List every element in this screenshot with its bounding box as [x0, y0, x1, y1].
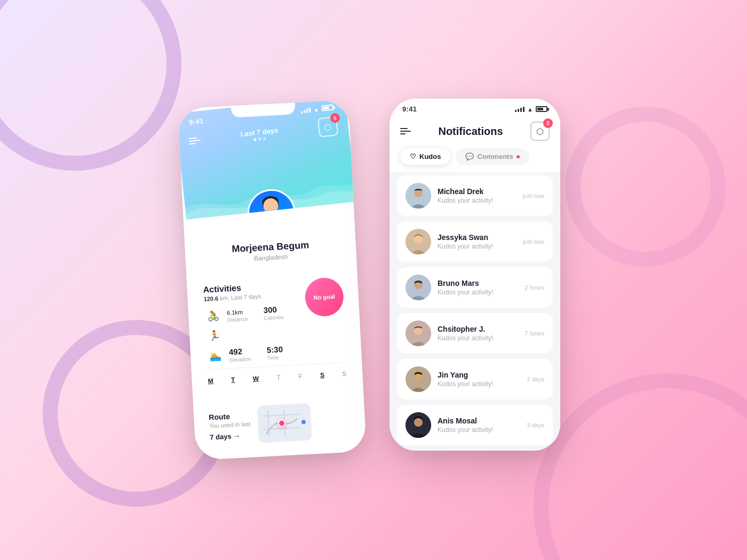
menu-icon[interactable] — [188, 137, 201, 145]
notif-body-4: Chsitopher J. Kudos your activity! — [438, 325, 518, 342]
status-time-right: 9:41 — [402, 105, 417, 113]
signal-bar-2 — [304, 110, 306, 113]
activities-title-section: Activities 120.6 km, Last 7 days — [203, 282, 261, 302]
day-W[interactable]: W — [252, 375, 259, 383]
day-S1[interactable]: S — [320, 371, 325, 379]
svg-line-1 — [268, 411, 269, 437]
notif-name-5: Jin Yang — [438, 371, 521, 379]
elevation-label: Elevation — [229, 356, 251, 363]
dot-2 — [258, 137, 261, 140]
cycling-icon: 🚴 — [204, 310, 222, 323]
day-T2[interactable]: T — [276, 373, 281, 381]
swimming-row: 🏊 492 Elevation 5:30 Time — [206, 341, 346, 364]
distance-stat: 6.1km Distance — [227, 307, 248, 323]
menu-icon-right[interactable] — [400, 128, 411, 134]
right-phone: 9:41 ▲ — [390, 99, 560, 451]
notif-time-4: 7 hours — [525, 330, 544, 337]
cube-badge-right[interactable]: ⬡ 5 — [530, 122, 550, 141]
avatar-chsitopher-inner — [406, 321, 431, 346]
notif-item-4[interactable]: Chsitopher J. Kudos your activity! 7 hou… — [397, 313, 553, 354]
notif-item-1[interactable]: Micheal Drek Kudos your activity! just n… — [397, 175, 553, 216]
notif-name-3: Bruno Mars — [438, 279, 518, 287]
menu-line-1 — [188, 138, 197, 140]
dot-3 — [263, 137, 266, 140]
distance-value: 6.1km — [227, 307, 248, 317]
route-link-text: 7 days → — [210, 431, 241, 441]
avatar-svg-6 — [406, 412, 431, 438]
elevation-value: 492 — [229, 346, 251, 356]
avatar-micheal — [406, 183, 431, 209]
tabs-row: ♡ Kudos 💬 Comments — [390, 148, 560, 172]
notif-item-6[interactable]: Anis Mosal Kudos your activity! 3 days — [397, 405, 553, 445]
running-row: 🏃 — [205, 323, 345, 342]
route-title: Route — [209, 411, 250, 421]
tab-comments-label: Comments — [477, 153, 513, 161]
phone-header: 9:41 ▲ — [178, 100, 356, 219]
sig-r-1 — [515, 110, 516, 112]
svg-point-15 — [414, 418, 423, 427]
comments-dot — [516, 155, 520, 158]
map-preview — [257, 403, 313, 443]
tab-comments[interactable]: 💬 Comments — [456, 148, 529, 165]
notif-time-6: 3 days — [527, 422, 544, 428]
notif-item-2[interactable]: Jessyka Swan Kudos your activity! just n… — [397, 221, 553, 262]
route-info: Route You used in last 7 days → — [209, 411, 251, 441]
notif-msg-3: Kudos your activity! — [438, 289, 518, 296]
avatar-svg-3 — [406, 275, 431, 300]
route-subtitle: You used in last — [209, 420, 251, 429]
right-phone-inner: 9:41 ▲ — [390, 99, 560, 451]
day-F[interactable]: F — [298, 372, 303, 380]
day-M[interactable]: M — [208, 377, 213, 385]
left-phone: 9:41 ▲ — [178, 100, 367, 460]
sig-r-2 — [518, 109, 519, 112]
wifi-icon-left: ▲ — [313, 106, 319, 113]
avatar-svg-4 — [406, 321, 431, 346]
day-T1[interactable]: T — [231, 376, 235, 383]
status-icons-right: ▲ — [515, 106, 547, 113]
notch-right — [443, 99, 507, 110]
notif-msg-6: Kudos your activity! — [438, 426, 521, 434]
notif-item-3[interactable]: Bruno Mars Kudos your activity! 2 hours — [397, 267, 553, 308]
signal-bars-left — [301, 107, 311, 114]
avatar-bruno — [406, 275, 431, 300]
distance-label: Distance — [227, 316, 248, 323]
avatar-jessyka — [406, 229, 431, 254]
avatar-bruno-inner — [406, 275, 431, 300]
notif-msg-5: Kudos your activity! — [438, 380, 521, 388]
comment-icon: 💬 — [465, 153, 474, 161]
calories-stat: 300 Calories — [263, 305, 283, 321]
menu-line-r1 — [400, 128, 408, 129]
elevation-stat: 492 Elevation — [229, 346, 252, 363]
notif-name-2: Jessyka Swan — [438, 233, 516, 242]
notif-msg-4: Kudos your activity! — [438, 334, 518, 342]
signal-bars-right — [515, 107, 525, 112]
menu-line-3 — [189, 143, 195, 145]
header-period-section: Last 7 days — [240, 126, 279, 142]
menu-line-2 — [189, 140, 201, 142]
day-S2[interactable]: S — [342, 370, 347, 378]
cube-badge-left[interactable]: ⬡ 5 — [317, 116, 339, 138]
status-icons-left: ▲ — [301, 104, 334, 114]
sig-r-3 — [520, 108, 522, 112]
menu-line-r2 — [400, 131, 411, 132]
avatar-micheal-inner — [406, 183, 431, 209]
activities-header: Activities 120.6 km, Last 7 days No goal — [203, 278, 342, 302]
notif-body-2: Jessyka Swan Kudos your activity! — [438, 233, 516, 250]
swimming-icon: 🏊 — [206, 349, 224, 362]
cycling-stats: 6.1km Distance 300 Calories — [227, 305, 284, 323]
battery-left — [321, 105, 333, 111]
tab-kudos[interactable]: ♡ Kudos — [400, 148, 450, 165]
notif-msg-2: Kudos your activity! — [438, 243, 516, 250]
phones-container: 9:41 ▲ — [187, 104, 560, 456]
calories-value: 300 — [263, 305, 283, 315]
notif-time-5: 2 days — [527, 376, 544, 382]
notif-item-5[interactable]: Jin Yang Kudos your activity! 2 days — [397, 359, 553, 399]
notifications-title: Notifications — [438, 125, 503, 138]
time-value: 5:30 — [267, 345, 283, 355]
route-link[interactable]: 7 days → — [210, 431, 251, 441]
notif-body-6: Anis Mosal Kudos your activity! — [438, 417, 521, 434]
route-card: Route You used in last 7 days → — [201, 393, 359, 453]
time-stat: 5:30 Time — [267, 345, 284, 361]
avatar-chsitopher — [406, 321, 431, 346]
menu-line-r3 — [400, 133, 406, 134]
